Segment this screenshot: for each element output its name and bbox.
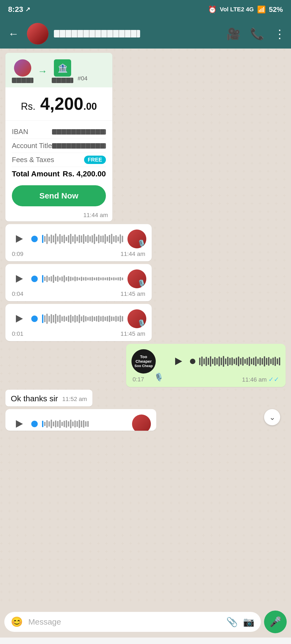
wave-bar	[117, 277, 119, 280]
payment-card-header: → 🏦 #04	[5, 53, 112, 87]
wave-bar	[48, 421, 50, 427]
wave-bar	[253, 358, 254, 365]
wave-bar	[55, 234, 56, 244]
emoji-button[interactable]: 😊	[11, 616, 23, 628]
message-input-placeholder[interactable]: Message	[28, 617, 221, 626]
voice-duration-1: 0:09	[12, 251, 23, 258]
bank-name-redacted	[52, 78, 73, 83]
voice-dot-partial	[31, 421, 38, 427]
wave-bar	[51, 420, 52, 428]
wave-bar	[64, 421, 65, 427]
wave-bar	[46, 234, 48, 244]
payment-amount-display: Rs. 4,200.00	[12, 94, 106, 114]
waveform-3	[42, 313, 123, 325]
mic-send-button[interactable]: 🎤	[264, 611, 287, 633]
menu-nav-button[interactable]: ☰	[34, 642, 65, 644]
wave-bar	[107, 236, 108, 242]
waveform-partial	[42, 418, 128, 430]
voice-time-4: 11:46 am ✓✓	[242, 376, 279, 383]
message-input-wrap: 😊 Message 📎 📷	[4, 612, 261, 632]
wave-bar	[105, 278, 106, 280]
wave-bar	[55, 420, 56, 427]
play-button-1[interactable]	[11, 231, 27, 247]
wave-bar	[94, 278, 95, 280]
wave-bar	[105, 317, 106, 321]
play-button-4[interactable]	[170, 353, 186, 369]
wave-bar	[85, 316, 86, 321]
sender-avatar	[14, 59, 31, 77]
voice-footer-2: 0:04 11:45 am	[11, 290, 146, 297]
wave-bar	[85, 236, 86, 242]
wave-bar	[242, 357, 244, 366]
total-label: Total Amount	[12, 170, 60, 178]
wave-bar	[98, 277, 99, 281]
wave-bar	[83, 234, 84, 244]
app-bar: ← 🎥 📞 ⋮	[0, 19, 291, 49]
attachment-button[interactable]: 📎	[226, 616, 238, 627]
contact-avatar[interactable]	[27, 23, 48, 44]
voice-footer-1: 0:09 11:44 am	[11, 251, 146, 258]
wave-bar	[79, 235, 80, 243]
wave-bar	[57, 316, 58, 322]
wave-bar	[259, 357, 261, 365]
double-tick: ✓✓	[268, 376, 279, 383]
wave-bar	[100, 316, 102, 321]
wave-bar	[57, 421, 58, 427]
wave-bar	[85, 421, 86, 427]
send-now-button[interactable]: Send Now	[12, 185, 106, 206]
voice-call-button[interactable]: 📞	[250, 27, 264, 40]
wave-bar	[87, 278, 89, 280]
wave-bar	[55, 277, 56, 281]
voice-duration-4: 0:17	[133, 376, 144, 383]
play-icon-4	[175, 358, 182, 365]
wave-bar	[255, 357, 257, 366]
voice-row-2: 🎙️	[11, 269, 146, 288]
signal-bars: 📶	[257, 5, 266, 14]
camera-button[interactable]: 📷	[243, 616, 254, 627]
wave-bar	[225, 358, 226, 364]
wave-bar	[96, 316, 97, 321]
wave-bar	[264, 356, 265, 366]
video-call-button[interactable]: 🎥	[226, 27, 240, 40]
wave-bar	[44, 277, 46, 281]
wave-bar	[83, 420, 84, 428]
app-bar-actions: 🎥 📞 ⋮	[226, 27, 286, 41]
wave-bar	[61, 236, 63, 242]
contact-name-area[interactable]	[54, 30, 221, 37]
sender-avatar-voice-1: 🎙️	[127, 229, 146, 248]
input-bar: 😊 Message 📎 📷 🎤	[0, 606, 291, 638]
mic-indicator-3: 🎙️	[137, 319, 146, 328]
play-button-3[interactable]	[11, 311, 27, 327]
home-nav-button[interactable]: ○	[133, 642, 161, 644]
avatar-image	[27, 23, 48, 44]
play-icon-2	[16, 275, 23, 283]
wave-bar	[57, 276, 58, 282]
wave-bar	[68, 316, 69, 322]
back-nav-button[interactable]: <	[229, 642, 257, 644]
wave-bar	[262, 358, 263, 365]
wave-bar	[68, 235, 69, 243]
back-button[interactable]: ←	[5, 25, 22, 43]
wave-bar	[98, 316, 99, 322]
wave-bar	[70, 277, 71, 281]
mic-icon: 🎤	[269, 616, 282, 628]
wave-bar	[208, 358, 209, 365]
play-button-2[interactable]	[11, 271, 27, 287]
wave-bar	[57, 236, 58, 242]
more-options-button[interactable]: ⋮	[274, 27, 286, 41]
amount-value: 4,200	[40, 94, 83, 114]
wave-bar	[87, 421, 89, 427]
mic-indicator-2: 🎙️	[137, 279, 146, 288]
wave-bar	[212, 359, 213, 364]
wave-bar	[227, 357, 228, 366]
contact-name	[54, 30, 140, 37]
wave-bar	[70, 234, 71, 244]
waveform-1	[42, 233, 123, 245]
wave-bar	[79, 420, 80, 428]
wave-bar	[53, 315, 54, 323]
play-button-partial[interactable]	[11, 416, 27, 431]
wave-bar	[48, 316, 50, 322]
play-icon-1	[16, 235, 23, 243]
scroll-down-button[interactable]: ⌄	[264, 409, 280, 425]
wave-bar	[44, 315, 46, 322]
